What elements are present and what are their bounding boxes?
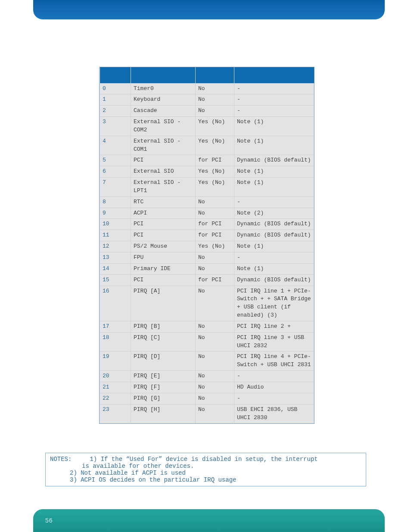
table-cell: 21 xyxy=(100,382,131,393)
table-row: 21PIRQ [F]No HD Audio xyxy=(100,382,314,393)
table-cell: - xyxy=(234,94,314,106)
table-cell: Primary IDE xyxy=(131,263,196,274)
col-dev xyxy=(131,67,196,83)
table-cell: 15 xyxy=(100,274,131,286)
table-row: 3External SIO - COM2Yes (No)Note (1) xyxy=(100,117,314,136)
table-cell: PIRQ [H] xyxy=(131,404,196,423)
table-row: 20PIRQ [E]No- xyxy=(100,371,314,382)
table-cell: 16 xyxy=(100,286,131,321)
table-cell: - xyxy=(234,83,314,94)
header-banner xyxy=(33,0,385,19)
table-cell: 8 xyxy=(100,196,131,208)
table-cell: 14 xyxy=(100,263,131,274)
table-cell: Dynamic (BIOS default) xyxy=(234,230,314,241)
table-cell: No xyxy=(196,94,234,106)
table-row: 13FPUNo- xyxy=(100,252,314,264)
table-cell: 17 xyxy=(100,321,131,332)
table-cell: PIRQ [G] xyxy=(131,393,196,404)
table-row: 10PCIfor PCIDynamic (BIOS default) xyxy=(100,219,314,230)
table-cell: Note (2) xyxy=(234,208,314,219)
notes-line-1b: is available for other devices. xyxy=(50,463,361,470)
table-cell: Note (1) xyxy=(234,263,314,274)
table-cell: PCI IRQ line 2 + xyxy=(234,321,314,332)
notes-label: NOTES: xyxy=(50,456,72,463)
table-cell: ACPI xyxy=(131,208,196,219)
table-cell: Yes (No) xyxy=(196,117,234,136)
table-cell: No xyxy=(196,371,234,382)
table-row: 8RTCNo- xyxy=(100,196,314,208)
table-cell: PIRQ [C] xyxy=(131,332,196,352)
table-cell: Yes (No) xyxy=(196,241,234,252)
table-row: 19PIRQ [D]NoPCI IRQ line 4 + PCIe- Switc… xyxy=(100,352,314,371)
table-row: 5PCIfor PCIDynamic (BIOS default) xyxy=(100,155,314,166)
table-cell: 3 xyxy=(100,117,131,136)
table-cell: PCI xyxy=(131,274,196,286)
table-cell: No xyxy=(196,404,234,423)
table-cell: Keyboard xyxy=(131,94,196,106)
table-row: 4External SIO - COM1Yes (No)Note (1) xyxy=(100,136,314,155)
table-cell: 2 xyxy=(100,106,131,117)
table-row: 14Primary IDENoNote (1) xyxy=(100,263,314,274)
table-cell: 22 xyxy=(100,393,131,404)
table-cell: RTC xyxy=(131,196,196,208)
table-cell: External SIO - COM2 xyxy=(131,117,196,136)
irq-table: 0Timer0No-1KeyboardNo-2CascadeNo-3Extern… xyxy=(100,67,314,423)
table-cell: for PCI xyxy=(196,155,234,166)
table-cell: - xyxy=(234,393,314,404)
table-cell: PCI xyxy=(131,219,196,230)
footer-banner: 56 xyxy=(33,509,385,532)
table-cell: - xyxy=(234,252,314,264)
table-cell: No xyxy=(196,263,234,274)
table-row: 9ACPINoNote (2) xyxy=(100,208,314,219)
table-cell: No xyxy=(196,106,234,117)
col-irq xyxy=(100,67,131,83)
table-cell: PCI IRQ line 3 + USB UHCI 2832 xyxy=(234,332,314,352)
table-cell: No xyxy=(196,252,234,264)
table-cell: 4 xyxy=(100,136,131,155)
table-cell: 12 xyxy=(100,241,131,252)
table-cell: PCI IRQ line 4 + PCIe- Switch + USB UHCI… xyxy=(234,352,314,371)
table-cell: 23 xyxy=(100,404,131,423)
table-row: 17PIRQ [B]NoPCI IRQ line 2 + xyxy=(100,321,314,332)
table-cell: Timer0 xyxy=(131,83,196,94)
table-row: 18PIRQ [C]NoPCI IRQ line 3 + USB UHCI 28… xyxy=(100,332,314,352)
table-cell: Yes (No) xyxy=(196,166,234,177)
table-row: 15PCIfor PCIDynamic (BIOS default) xyxy=(100,274,314,286)
table-cell: 9 xyxy=(100,208,131,219)
table-cell: No xyxy=(196,196,234,208)
table-cell: Yes (No) xyxy=(196,177,234,197)
table-row: 7External SIO - LPT1Yes (No)Note (1) xyxy=(100,177,314,197)
table-cell: Dynamic (BIOS default) xyxy=(234,155,314,166)
table-cell: 13 xyxy=(100,252,131,264)
irq-table-container: 0Timer0No-1KeyboardNo-2CascadeNo-3Extern… xyxy=(99,67,314,424)
table-cell: Dynamic (BIOS default) xyxy=(234,274,314,286)
table-cell: 1 xyxy=(100,94,131,106)
table-cell: 5 xyxy=(100,155,131,166)
table-row: 22PIRQ [G]No- xyxy=(100,393,314,404)
table-cell: Yes (No) xyxy=(196,136,234,155)
table-cell: No xyxy=(196,208,234,219)
table-cell: Note (1) xyxy=(234,136,314,155)
table-cell: 11 xyxy=(100,230,131,241)
table-cell: - xyxy=(234,371,314,382)
table-cell: 6 xyxy=(100,166,131,177)
table-cell: No xyxy=(196,321,234,332)
table-row: 6External SIOYes (No)Note (1) xyxy=(100,166,314,177)
table-cell: PIRQ [B] xyxy=(131,321,196,332)
table-row: 16PIRQ [A]NoPCI IRQ line 1 + PCIe- Switc… xyxy=(100,286,314,321)
table-cell: PS/2 Mouse xyxy=(131,241,196,252)
col-avail xyxy=(196,67,234,83)
table-cell: No xyxy=(196,332,234,352)
table-cell: Note (1) xyxy=(234,177,314,197)
table-cell: PCI xyxy=(131,230,196,241)
table-cell: PCI xyxy=(131,155,196,166)
table-cell: No xyxy=(196,286,234,321)
table-cell: No xyxy=(196,382,234,393)
table-cell: PIRQ [E] xyxy=(131,371,196,382)
table-cell: 7 xyxy=(100,177,131,197)
table-cell: PIRQ [D] xyxy=(131,352,196,371)
table-cell: Note (1) xyxy=(234,166,314,177)
table-cell: PCI IRQ line 1 + PCIe- Switch + + SATA B… xyxy=(234,286,314,321)
table-cell: Cascade xyxy=(131,106,196,117)
col-used xyxy=(234,67,314,83)
